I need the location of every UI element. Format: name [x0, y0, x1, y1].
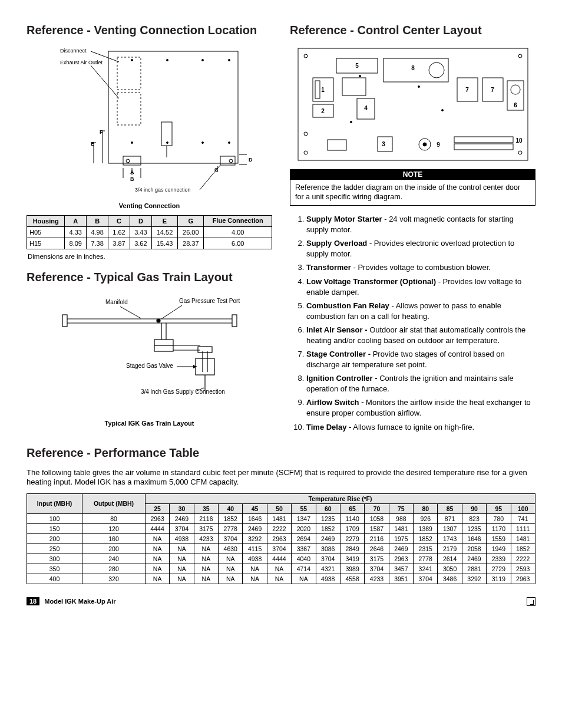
table-cell: 2963 — [145, 513, 169, 523]
venting-table: Housing A B C D E G Flue Connection H054… — [27, 215, 272, 249]
svg-text:Disconnect: Disconnect — [60, 48, 87, 54]
svg-rect-50 — [198, 347, 212, 353]
table-cell: 2881 — [462, 564, 486, 574]
table-cell: NA — [292, 574, 316, 584]
table-cell: 1743 — [438, 533, 462, 543]
table-cell: 4321 — [316, 564, 340, 574]
table-cell: 4040 — [292, 554, 316, 564]
svg-point-84 — [423, 143, 427, 146]
svg-line-58 — [161, 305, 182, 319]
list-item: Ignition Controller - Controls the ignit… — [306, 373, 535, 394]
table-cell: NA — [145, 554, 169, 564]
svg-text:6: 6 — [514, 102, 517, 108]
svg-text:3: 3 — [382, 141, 385, 147]
table-cell: 3989 — [340, 564, 364, 574]
table-cell: 28.37 — [178, 238, 204, 249]
table-cell: 3704 — [219, 533, 243, 543]
svg-point-20 — [166, 60, 168, 61]
table-cell: 1235 — [316, 513, 340, 523]
table-cell: 2222 — [267, 523, 291, 533]
table-cell: 2020 — [292, 523, 316, 533]
table-cell: 2778 — [219, 523, 243, 533]
svg-text:1: 1 — [321, 87, 325, 93]
table-cell: 3292 — [462, 574, 486, 584]
table-cell: 4233 — [194, 533, 218, 543]
table-cell: 300 — [27, 554, 82, 564]
table-cell: 1389 — [414, 523, 438, 533]
svg-text:8: 8 — [411, 65, 415, 71]
table-cell: 1307 — [438, 523, 462, 533]
table-cell: 3175 — [365, 554, 389, 564]
table-cell: 2963 — [389, 554, 413, 564]
list-item: Transformer - Provides voltage to combus… — [306, 262, 535, 273]
svg-rect-75 — [342, 78, 366, 95]
svg-point-21 — [201, 60, 203, 61]
table-cell: 200 — [82, 543, 146, 554]
table-cell: 2469 — [316, 533, 340, 543]
table-cell: NA — [194, 574, 218, 584]
table-cell: 14.52 — [151, 227, 177, 238]
table-cell: 15.43 — [151, 238, 177, 249]
table-cell: 4.33 — [65, 227, 87, 238]
svg-text:7: 7 — [491, 87, 494, 93]
table-cell: 3175 — [194, 523, 218, 533]
svg-point-8 — [229, 159, 233, 163]
table-cell: 160 — [82, 533, 146, 543]
table-cell: 100 — [27, 513, 82, 523]
gastrain-diagram: Manifold Gas Pressure Test Port Staged G… — [49, 292, 250, 416]
svg-text:Manifold: Manifold — [105, 299, 128, 305]
table-cell: NA — [243, 564, 267, 574]
table-cell: 1481 — [389, 523, 413, 533]
svg-point-23 — [131, 142, 133, 144]
table-cell: 3292 — [243, 533, 267, 543]
svg-rect-2 — [117, 93, 141, 125]
table-cell: 780 — [487, 513, 511, 523]
svg-point-24 — [166, 142, 168, 144]
note-body: Reference the ladder diagram on the insi… — [290, 180, 535, 206]
table-cell: 4558 — [340, 574, 364, 584]
table-cell: 3119 — [487, 574, 511, 584]
table-cell: 2778 — [414, 554, 438, 564]
table-cell: 280 — [82, 564, 146, 574]
table-cell: 1170 — [487, 523, 511, 533]
footer-model: Model IGK Make-Up Air — [44, 598, 115, 605]
table-cell: 120 — [82, 523, 146, 533]
svg-line-30 — [91, 65, 119, 98]
table-cell: 4233 — [365, 574, 389, 584]
table-cell: NA — [170, 543, 194, 554]
svg-text:3/4 inch gas connection: 3/4 inch gas connection — [135, 187, 191, 193]
svg-text:B: B — [130, 176, 134, 182]
table-cell: 926 — [414, 513, 438, 523]
list-item: Supply Motor Starter - 24 volt magnetic … — [306, 214, 535, 235]
table-cell: 200 — [27, 533, 82, 543]
table-cell: 3951 — [389, 574, 413, 584]
svg-line-56 — [120, 307, 141, 318]
svg-rect-86 — [454, 144, 513, 150]
svg-rect-41 — [62, 315, 67, 327]
svg-rect-51 — [196, 358, 214, 375]
perf-intro: The following table gives the air volume… — [27, 468, 535, 487]
svg-rect-71 — [315, 81, 320, 98]
table-cell: 1975 — [389, 533, 413, 543]
table-cell: 1852 — [414, 533, 438, 543]
table-cell: 2469 — [170, 513, 194, 523]
table-cell: 2694 — [292, 533, 316, 543]
list-item: Airflow Switch - Monitors the airflow in… — [306, 397, 535, 418]
table-cell: 320 — [82, 574, 146, 584]
table-cell: 988 — [389, 513, 413, 523]
table-cell: 4.00 — [204, 227, 272, 238]
table-cell: 1481 — [267, 513, 291, 523]
list-item: Inlet Air Sensor - Outdoor air stat that… — [306, 325, 535, 345]
list-item: Supply Overload - Provides electronic ov… — [306, 238, 535, 259]
page-number: 18 — [27, 597, 39, 605]
table-cell: 2058 — [462, 543, 486, 554]
svg-point-66 — [518, 54, 522, 58]
table-cell: NA — [194, 543, 218, 554]
table-cell: 4444 — [145, 523, 169, 533]
table-cell: 3704 — [267, 543, 291, 554]
table-cell: NA — [145, 564, 169, 574]
svg-text:D: D — [249, 157, 253, 163]
table-cell: 2593 — [511, 564, 535, 574]
svg-text:Staged Gas Valve: Staged Gas Valve — [126, 363, 173, 369]
table-cell: 6.00 — [204, 238, 272, 249]
